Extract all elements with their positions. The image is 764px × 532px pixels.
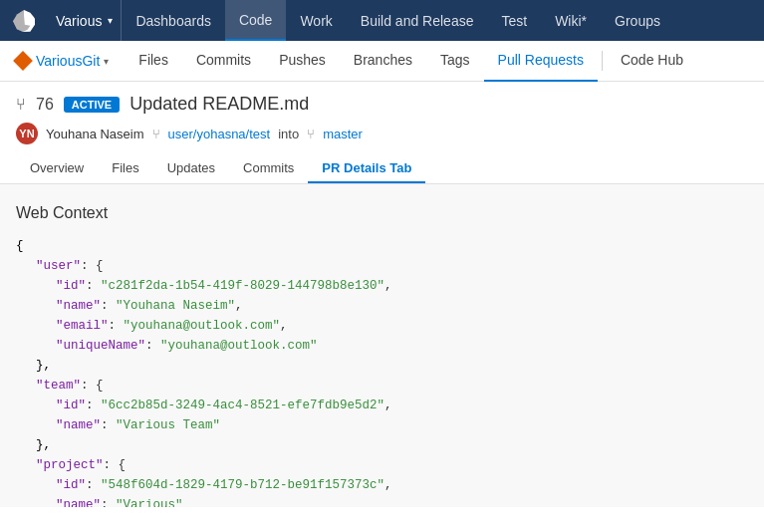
- repo-name-link[interactable]: VariousGit ▾: [16, 53, 109, 69]
- nav-test[interactable]: Test: [487, 0, 541, 41]
- nav-code[interactable]: Code: [225, 0, 286, 41]
- code-line-project-id: "id": "548f604d-1829-4179-b712-be91f1573…: [16, 475, 748, 495]
- top-nav-items: Dashboards Code Work Build and Release T…: [122, 0, 764, 41]
- author-avatar: YN: [16, 123, 38, 144]
- code-line-team-name: "name": "Various Team": [16, 415, 748, 435]
- pr-subnav-commits[interactable]: Commits: [229, 154, 308, 183]
- branch-target-icon: ⑂: [307, 127, 315, 141]
- code-line-email: "email": "youhana@outlook.com",: [16, 316, 748, 336]
- repo-nav-commits[interactable]: Commits: [182, 41, 265, 82]
- code-line-project-name: "name": "Various": [16, 495, 748, 507]
- repo-chevron-icon: ▾: [104, 56, 109, 67]
- code-line-team-close: },: [16, 435, 748, 455]
- code-line-id: "id": "c281f2da-1b54-419f-8029-144798b8e…: [16, 276, 748, 296]
- repo-nav-items: Files Commits Pushes Branches Tags Pull …: [125, 41, 697, 82]
- code-block: { "user": { "id": "c281f2da-1b54-419f-80…: [16, 236, 748, 507]
- repo-nav-code-hub[interactable]: Code Hub: [607, 41, 697, 82]
- nav-dashboards[interactable]: Dashboards: [122, 0, 225, 41]
- pr-number: 76: [36, 96, 54, 114]
- pr-header: ⑂ 76 ACTIVE Updated README.md YN Youhana…: [0, 82, 764, 184]
- repo-diamond-icon: [13, 51, 33, 71]
- chevron-down-icon: ▾: [108, 15, 113, 26]
- top-navigation: Various ▾ Dashboards Code Work Build and…: [0, 0, 764, 41]
- code-line-uniquename: "uniqueName": "youhana@outlook.com": [16, 336, 748, 356]
- repo-nav-tags[interactable]: Tags: [426, 41, 484, 82]
- project-name: Various: [56, 13, 102, 29]
- pr-subnav-files[interactable]: Files: [98, 154, 152, 183]
- repo-name-text: VariousGit: [36, 53, 100, 69]
- nav-separator: [602, 51, 603, 71]
- pr-into-text: into: [278, 127, 299, 141]
- pr-subnav-overview[interactable]: Overview: [16, 154, 98, 183]
- repo-nav-pushes[interactable]: Pushes: [265, 41, 340, 82]
- pr-fork-icon: ⑂: [16, 96, 26, 114]
- pr-source-branch[interactable]: user/yohasna/test: [168, 127, 271, 141]
- code-line-user-close: },: [16, 356, 748, 376]
- pr-sub-navigation: Overview Files Updates Commits PR Detail…: [16, 154, 748, 183]
- pr-title: Updated README.md: [129, 94, 309, 115]
- code-line-user-open: "user": {: [16, 256, 748, 276]
- repo-nav-files[interactable]: Files: [125, 41, 182, 82]
- nav-build-release[interactable]: Build and Release: [347, 0, 488, 41]
- nav-wiki[interactable]: Wiki*: [541, 0, 601, 41]
- nav-groups[interactable]: Groups: [601, 0, 674, 41]
- code-line-project-open: "project": {: [16, 455, 748, 475]
- section-title: Web Context: [16, 204, 748, 222]
- code-line-team-id: "id": "6cc2b85d-3249-4ac4-8521-efe7fdb9e…: [16, 396, 748, 415]
- repo-nav-branches[interactable]: Branches: [340, 41, 426, 82]
- project-selector[interactable]: Various ▾: [48, 0, 122, 41]
- branch-icon: ⑂: [152, 127, 160, 141]
- logo-button[interactable]: [0, 0, 48, 41]
- pr-target-branch[interactable]: master: [323, 127, 363, 141]
- content-area: Web Context { "user": { "id": "c281f2da-…: [0, 184, 764, 507]
- pr-subnav-details[interactable]: PR Details Tab: [308, 154, 425, 183]
- repo-navigation: VariousGit ▾ Files Commits Pushes Branch…: [0, 41, 764, 82]
- nav-work[interactable]: Work: [286, 0, 346, 41]
- code-line-team-open: "team": {: [16, 376, 748, 396]
- code-open-brace: {: [16, 236, 748, 256]
- pr-author: Youhana Naseim: [46, 127, 144, 141]
- pr-title-row: ⑂ 76 ACTIVE Updated README.md: [16, 94, 748, 115]
- code-line-name: "name": "Youhana Naseim",: [16, 296, 748, 316]
- repo-nav-pull-requests[interactable]: Pull Requests: [484, 41, 598, 82]
- pr-meta-row: YN Youhana Naseim ⑂ user/yohasna/test in…: [16, 123, 748, 144]
- pr-subnav-updates[interactable]: Updates: [153, 154, 229, 183]
- pr-status-badge: ACTIVE: [64, 97, 120, 113]
